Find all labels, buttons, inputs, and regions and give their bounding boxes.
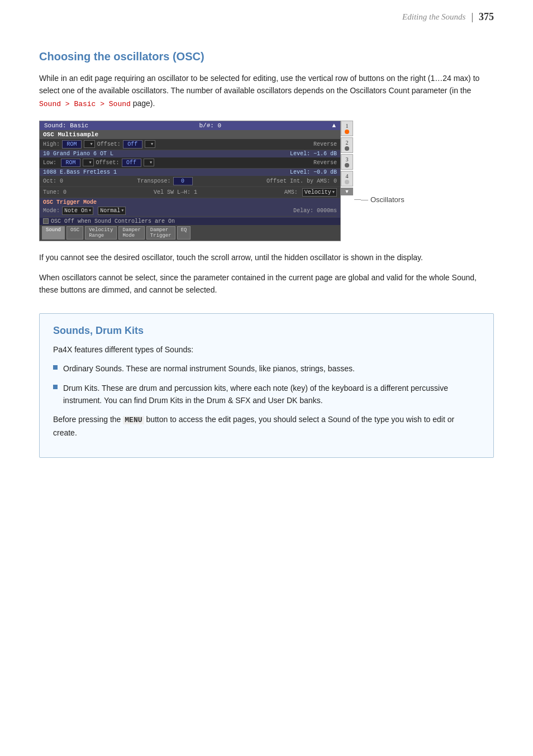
high-label: High:: [43, 141, 60, 147]
reverse-label: Reverse: [313, 141, 337, 147]
tab-velocity-range[interactable]: VelocityRange: [85, 226, 117, 240]
bullet-item-2: Drum Kits. These are drum and percussion…: [53, 382, 480, 407]
delay-label: Delay: 0000ms: [293, 208, 337, 214]
section2-paragraph1: Pa4X features different types of Sounds:: [53, 343, 480, 356]
tune-label: Tune: 0: [43, 189, 66, 195]
oscillator-btn-4[interactable]: 4: [341, 171, 353, 186]
offset-int-label: Offset Int. by AMS: 0: [266, 178, 337, 184]
high-dropdown[interactable]: [84, 140, 95, 148]
oscillators-label: Oscillators: [361, 195, 404, 204]
offset2-field[interactable]: Off: [122, 159, 141, 167]
osc-section-header: OSC Multisample: [40, 130, 340, 139]
bullet-text-1: Ordinary Sounds. These are normal instru…: [63, 362, 355, 375]
inline-code-sound: Sound > Basic > Sound: [39, 100, 131, 108]
osc-mode-section: OSC Trigger Mode Mode: Note On Normal De…: [40, 198, 340, 218]
low-dropdown[interactable]: [83, 159, 94, 166]
normal-dropdown[interactable]: Normal: [98, 207, 126, 215]
osc-title-bar: Sound: Basic b/#: 0 ▲: [40, 121, 340, 130]
section1-paragraph1: While in an edit page requiring an oscil…: [39, 72, 494, 111]
oscillator-btn-1[interactable]: 1: [341, 121, 353, 136]
header-title: Editing the Sounds: [402, 12, 465, 22]
osc-screenshot-wrapper: Sound: Basic b/#: 0 ▲ OSC Multisample Hi…: [39, 121, 494, 241]
osc-mode-row: Mode: Note On Normal Delay: 0000ms: [43, 205, 337, 217]
tab-damper-mode[interactable]: DamperMode: [118, 226, 144, 240]
section1-paragraph3: When oscillators cannot be select, since…: [39, 271, 494, 296]
osc-tabs-row: Sound OSC VelocityRange DamperMode Dampe…: [40, 225, 340, 241]
tab-osc[interactable]: OSC: [66, 226, 83, 240]
osc-oct-row: Oct: 0 Transpose: 0 Offset Int. by AMS: …: [40, 176, 340, 187]
oscillator-panel: 1 2 3 4 ▼: [341, 121, 404, 204]
page-number: 375: [479, 11, 494, 23]
transpose-label: Transpose:: [137, 178, 170, 184]
oct-label: Oct: 0: [43, 178, 63, 184]
oscillators-label-wrapper: — Oscillators: [354, 195, 404, 204]
offset-label: Offset:: [97, 141, 121, 147]
oscillator-btn-2[interactable]: 2: [341, 137, 353, 153]
sample1-text: 10 Grand Piano 6 OT L: [43, 151, 113, 157]
osc-title-left: Sound: Basic: [44, 122, 88, 129]
scroll-down-arrow[interactable]: ▼: [341, 188, 353, 195]
osc-high-row: High: ROM Offset: Off Reverse: [40, 139, 340, 150]
osc-checkbox-row: OSC Off when Sound Controllers are On: [40, 218, 340, 225]
osc-off-label: OSC Off when Sound Controllers are On: [51, 218, 175, 224]
osc-mode-title: OSC Trigger Mode: [43, 199, 337, 205]
sample2-text: 1088 E.Bass Fretless 1: [43, 169, 117, 175]
section1-title: Choosing the oscillators (OSC): [39, 50, 494, 63]
offset2-dropdown[interactable]: [144, 159, 155, 166]
low-label: Low:: [43, 160, 59, 166]
low-field[interactable]: ROM: [61, 159, 80, 167]
mode-label: Mode:: [43, 208, 60, 214]
paragraph2-pre: Before pressing the: [53, 415, 121, 424]
bullet-text-2: Drum Kits. These are drum and percussion…: [63, 382, 480, 407]
bullet-item-1: Ordinary Sounds. These are normal instru…: [53, 362, 480, 375]
mode-dropdown[interactable]: Note On: [62, 207, 93, 215]
bullet-list: Ordinary Sounds. These are normal instru…: [53, 362, 480, 406]
transpose-field[interactable]: 0: [173, 177, 193, 185]
header-divider: |: [471, 11, 473, 23]
level2-text: Level: −0.9 dB: [290, 169, 337, 175]
osc-tune-row: Tune: 0 Vel SW L→H: 1 AMS: Velocity: [40, 187, 340, 198]
ams-label: AMS:: [284, 189, 300, 195]
menu-code: MENU: [123, 416, 144, 424]
high-field[interactable]: ROM: [62, 140, 82, 149]
vel-label: Vel SW L→H: 1: [154, 189, 197, 195]
tab-damper-trigger[interactable]: DamperTrigger: [146, 226, 175, 240]
osc-title-right: b/#: 0: [199, 122, 222, 129]
offset2-label: Offset:: [96, 160, 120, 166]
page-header: Editing the Sounds | 375: [402, 11, 494, 23]
osc-sample2-row: 1088 E.Bass Fretless 1 Level: −0.9 dB: [40, 169, 340, 176]
level1-text: Level: −1.6 dB: [290, 151, 337, 157]
section1-paragraph2: If you cannot see the desired oscillator…: [39, 251, 494, 264]
offset-dropdown[interactable]: [145, 140, 156, 148]
bullet-square-1: [53, 365, 58, 370]
section2-paragraph2: Before pressing the MENU button to acces…: [53, 413, 480, 439]
osc-off-checkbox[interactable]: [43, 218, 49, 224]
oscillator-btn-3[interactable]: 3: [341, 154, 353, 170]
oscillator-button-group: 1 2 3 4 ▼: [341, 121, 353, 195]
section2-title: Sounds, Drum Kits: [53, 325, 480, 337]
tab-sound[interactable]: Sound: [42, 226, 65, 240]
offset-field[interactable]: Off: [123, 140, 142, 149]
scroll-up-icon[interactable]: ▲: [332, 122, 336, 129]
bullet-square-2: [53, 385, 58, 389]
reverse2-label: Reverse: [313, 160, 337, 166]
info-box: Sounds, Drum Kits Pa4X features differen…: [39, 313, 494, 458]
osc-screenshot: Sound: Basic b/#: 0 ▲ OSC Multisample Hi…: [39, 121, 341, 241]
ams-dropdown[interactable]: Velocity: [302, 188, 337, 197]
osc-sample1-row: 10 Grand Piano 6 OT L Level: −1.6 dB: [40, 150, 340, 157]
tab-eq[interactable]: EQ: [177, 226, 191, 240]
osc-low-row: Low: ROM Offset: Off Reverse: [40, 157, 340, 169]
